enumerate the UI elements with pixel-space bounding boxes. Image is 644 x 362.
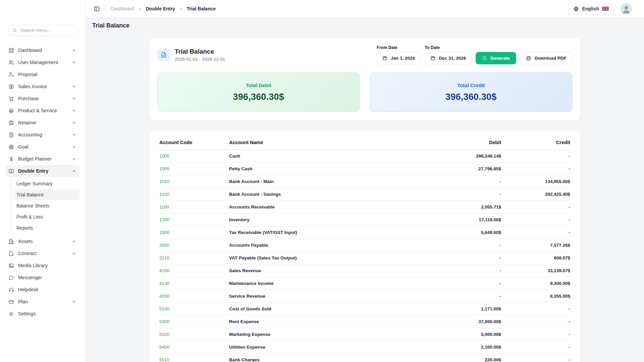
sidebar-item-label: Budget Planner — [18, 156, 68, 162]
sidebar-item-budget-planner[interactable]: Budget Planner — [5, 153, 80, 165]
sidebar-item-label: Sales Invoice — [18, 84, 68, 89]
account-code-cell[interactable]: 5320 — [159, 328, 229, 341]
account-code-cell[interactable]: 1000 — [159, 150, 229, 163]
language-button[interactable]: English — [568, 3, 614, 14]
calendar-icon — [382, 56, 387, 61]
chevron-down-icon — [72, 251, 76, 256]
submenu-double-entry: Ledger SummaryTrial BalanceBalance Sheet… — [0, 177, 85, 235]
credit-card-icon — [8, 299, 14, 305]
sidebar-item-proposal[interactable]: Proposal — [5, 68, 80, 80]
topbar-divider — [105, 5, 106, 12]
debit-cell: 220.00$ — [402, 354, 501, 362]
account-code-cell[interactable]: 1200 — [159, 214, 229, 226]
breadcrumb: DashboardDouble EntryTrial Balance — [111, 6, 216, 11]
debit-cell: 37,000.00$ — [402, 315, 501, 328]
credit-cell: - — [501, 163, 570, 175]
sidebar-item-assets[interactable]: Assets — [5, 235, 80, 247]
invoice-icon — [8, 84, 14, 89]
sidebar-item-settings[interactable]: Settings — [5, 308, 80, 320]
column-header-credit: Credit — [501, 134, 570, 150]
account-code-cell[interactable]: 1100 — [159, 201, 229, 214]
sidebar-item-dashboard[interactable]: Dashboard — [5, 44, 80, 56]
account-code-cell[interactable]: 4200 — [159, 290, 229, 303]
users-icon — [8, 60, 14, 65]
sidebar-subitem-ledger-summary[interactable]: Ledger Summary — [14, 178, 80, 189]
sidebar-item-retainer[interactable]: Retainer — [5, 117, 80, 129]
account-code-cell[interactable]: 4100 — [159, 264, 229, 277]
sidebar-item-product-and-service[interactable]: Product & Service — [5, 105, 80, 117]
contract-icon — [8, 251, 14, 256]
download-pdf-button[interactable]: Download PDF — [520, 52, 572, 64]
breadcrumb-item-double-entry[interactable]: Double Entry — [146, 6, 175, 11]
account-code-cell[interactable]: 1010 — [159, 175, 229, 188]
sidebar-item-helpdesk[interactable]: Helpdesk — [5, 284, 80, 296]
debit-cell: - — [402, 252, 501, 264]
sidebar-item-double-entry[interactable]: Double Entry — [5, 165, 80, 177]
sidebar-item-sales-invoice[interactable]: Sales Invoice — [5, 80, 80, 93]
sidebar-subitem-label: Ledger Summary — [16, 181, 52, 186]
account-code-cell[interactable]: 2210 — [159, 252, 229, 264]
book-open-icon — [8, 168, 14, 174]
account-name-cell: Rent Expense — [229, 315, 402, 328]
sidebar-item-messenger[interactable]: Messenger — [5, 272, 80, 284]
account-code-cell[interactable]: 4130 — [159, 277, 229, 290]
to-date-picker[interactable]: Dec 31, 2026 — [425, 52, 472, 64]
from-date-picker[interactable]: Jan 1, 2026 — [377, 52, 421, 64]
chevron-down-icon — [72, 108, 76, 113]
account-name-cell: Accounts Receivable — [229, 201, 402, 214]
sidebar-subitem-trial-balance[interactable]: Trial Balance — [14, 189, 80, 200]
account-code-cell[interactable]: 2000 — [159, 239, 229, 252]
sidebar-item-media-library[interactable]: Media Library — [5, 259, 80, 272]
sidebar-item-user-management[interactable]: User Management — [5, 56, 80, 68]
account-code-cell[interactable]: 1500 — [159, 226, 229, 239]
account-code-cell[interactable]: 5510 — [159, 354, 229, 362]
cart-icon — [8, 96, 14, 102]
account-name-cell: Bank Account - Savings — [229, 188, 402, 201]
debit-cell: 27,796.85$ — [402, 163, 501, 175]
credit-cell: - — [501, 328, 570, 341]
total-credit-label: Total Credit — [457, 82, 485, 88]
sidebar-toggle-button[interactable] — [92, 4, 101, 13]
generate-button[interactable]: Generate — [476, 52, 516, 64]
layers-icon — [8, 108, 14, 114]
sidebar-subitem-reports[interactable]: Reports — [14, 223, 80, 233]
sidebar-item-contract[interactable]: Contract — [5, 247, 80, 259]
report-header-top: Trial Balance 2026-01-01 - 2026-12-31 Fr… — [157, 45, 572, 64]
credit-cell: 134,955.00$ — [501, 175, 570, 188]
breadcrumb-item-trial-balance: Trial Balance — [187, 6, 216, 11]
sidebar-item-label: Contract — [18, 251, 68, 256]
sidebar-item-label: Proposal — [18, 72, 76, 77]
avatar[interactable] — [621, 3, 632, 14]
sidebar-item-label: Dashboard — [18, 48, 68, 53]
sidebar-item-label: Plan — [18, 299, 68, 304]
report-title-block: Trial Balance 2026-01-01 - 2026-12-31 — [157, 48, 225, 62]
account-code-cell[interactable]: 1020 — [159, 188, 229, 201]
chevron-right-icon — [138, 7, 142, 11]
account-code-cell[interactable]: 1005 — [159, 163, 229, 175]
account-code-cell[interactable]: 5300 — [159, 315, 229, 328]
credit-cell: - — [501, 341, 570, 354]
account-code-cell[interactable]: 5100 — [159, 303, 229, 315]
chevron-down-icon — [72, 157, 76, 161]
account-name-cell: VAT Payable (Sales Tax Output) — [229, 252, 402, 264]
search-input[interactable] — [20, 27, 73, 33]
sidebar-item-goal[interactable]: Goal — [5, 141, 80, 153]
breadcrumb-item-dashboard[interactable]: Dashboard — [111, 6, 134, 11]
debit-cell: - — [402, 188, 501, 201]
sidebar-item-plan[interactable]: Plan — [5, 296, 80, 308]
chevron-up-icon — [72, 169, 76, 173]
sidebar-item-accounting[interactable]: Accounting — [5, 129, 80, 141]
account-name-cell: Sales Revenue — [229, 264, 402, 277]
sidebar-item-purchase[interactable]: Purchase — [5, 93, 80, 105]
account-code-cell[interactable]: 5400 — [159, 341, 229, 354]
total-debit-label: Total Debit — [246, 82, 271, 88]
panel-left-icon — [94, 6, 100, 12]
chevron-right-icon — [179, 7, 183, 11]
debit-cell: 17,119.00$ — [402, 214, 501, 226]
sidebar-subitem-profit-and-loss[interactable]: Profit & Loss — [14, 212, 80, 222]
sidebar-subitem-balance-sheets[interactable]: Balance Sheets — [14, 200, 80, 211]
chevron-down-icon — [72, 299, 76, 304]
credit-cell: - — [501, 226, 570, 239]
document-badge — [157, 49, 170, 61]
report-title: Trial Balance — [175, 48, 225, 55]
